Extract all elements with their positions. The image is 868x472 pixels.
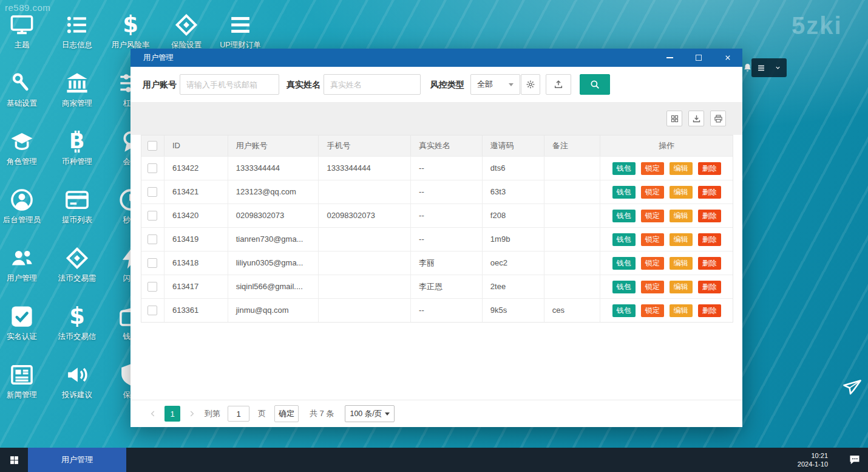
desktop-icon-menu[interactable]: UP理财订单 (214, 12, 266, 50)
wallet-button[interactable]: 钱包 (612, 210, 636, 222)
maximize-button[interactable] (689, 49, 708, 67)
edit-button[interactable]: 编辑 (670, 304, 693, 317)
delete-button[interactable]: 删除 (698, 281, 721, 293)
desktop-icon-dollar[interactable]: $法币交易信 (51, 304, 103, 342)
wallet-button[interactable]: 钱包 (612, 281, 636, 293)
desktop-icon-dollar[interactable]: $用户风险率 (104, 12, 157, 50)
desktop-icon-admin[interactable]: 后台管理员 (0, 187, 48, 225)
account-label: 用户账号 (143, 67, 177, 102)
window-controls (650, 49, 737, 67)
background-menu-widget[interactable] (751, 58, 787, 77)
desktop-icon-label: 后台管理员 (0, 215, 48, 225)
lock-button[interactable]: 锁定 (641, 233, 664, 246)
desktop-icon-diamond[interactable]: 法币交易需 (51, 245, 103, 284)
lock-button[interactable]: 锁定 (641, 210, 664, 222)
edit-button[interactable]: 编辑 (670, 186, 693, 199)
edit-button[interactable]: 编辑 (670, 281, 693, 293)
lock-button[interactable]: 锁定 (641, 162, 664, 175)
desktop-icon-label: 币种管理 (51, 157, 103, 167)
wallet-button[interactable]: 钱包 (612, 233, 636, 246)
taskbar-item-user-management[interactable]: 用户管理 (28, 448, 126, 472)
column-header: 操作 (600, 135, 733, 156)
cell-phone (319, 275, 411, 298)
row-checkbox[interactable] (147, 163, 157, 173)
risk-type-select[interactable]: 全部 (470, 74, 520, 95)
row-checkbox[interactable] (147, 258, 157, 268)
row-checkbox[interactable] (147, 234, 157, 244)
lock-button[interactable]: 锁定 (641, 304, 664, 317)
desktop-icon-wrench[interactable]: 基础设置 (0, 70, 48, 109)
minimize-button[interactable] (660, 49, 679, 67)
cell-note: ces (544, 299, 601, 322)
wallet-button[interactable]: 钱包 (612, 186, 636, 199)
lock-button[interactable]: 锁定 (641, 281, 664, 293)
wallet-button[interactable]: 钱包 (612, 257, 636, 270)
desktop-icon-cap[interactable]: 角色管理 (0, 129, 48, 167)
row-checkbox[interactable] (147, 306, 157, 315)
desktop-icon-label: 用户管理 (0, 273, 48, 284)
cap-icon (9, 129, 35, 154)
row-checkbox[interactable] (147, 187, 157, 197)
lock-button[interactable]: 锁定 (641, 257, 664, 270)
chevron-left-icon[interactable] (149, 409, 157, 418)
edit-button[interactable]: 编辑 (670, 233, 693, 246)
confirm-button[interactable]: 确定 (274, 405, 299, 422)
edit-button[interactable]: 编辑 (670, 162, 693, 175)
desktop-icon-users[interactable]: 用户管理 (0, 245, 48, 284)
wallet-button[interactable]: 钱包 (612, 162, 636, 175)
search-button[interactable] (580, 74, 610, 95)
cell-realname: -- (411, 299, 483, 322)
monitor-icon (9, 12, 35, 38)
cell-id: 613422 (164, 157, 228, 180)
chevron-right-icon[interactable] (188, 409, 196, 418)
desktop-icon-bitcoin[interactable]: B币种管理 (51, 129, 103, 167)
desktop-icon-check[interactable]: 实名认证 (0, 304, 48, 342)
desktop-icon-megaphone[interactable]: 投诉建议 (51, 362, 103, 400)
table-row: 6134200209830207302098302073--f208钱包锁定编辑… (141, 204, 733, 227)
chat-icon[interactable] (849, 454, 861, 466)
delete-button[interactable]: 删除 (698, 186, 721, 199)
cell-actions: 钱包锁定编辑删除 (600, 157, 733, 180)
cell-account: jinmu@qq.com (228, 299, 319, 322)
print-button[interactable] (710, 111, 726, 126)
goto-label: 到第 (205, 408, 220, 419)
select-all-checkbox[interactable] (147, 141, 157, 151)
download-button[interactable] (688, 111, 704, 126)
delete-button[interactable]: 删除 (698, 257, 721, 270)
desktop-icon-bank[interactable]: 商家管理 (51, 70, 103, 109)
desktop-icon-card[interactable]: 提币列表 (51, 187, 103, 225)
delete-button[interactable]: 删除 (698, 304, 721, 317)
desktop-icon-monitor[interactable]: 主题 (0, 12, 48, 50)
menu-icon (228, 12, 253, 38)
export-button[interactable] (546, 74, 571, 95)
lock-button[interactable]: 锁定 (641, 186, 664, 199)
desktop-icon-list[interactable]: 日志信息 (51, 12, 103, 50)
account-input[interactable] (180, 74, 279, 95)
edit-button[interactable]: 编辑 (670, 210, 693, 222)
cell-note (544, 251, 601, 275)
goto-page-input[interactable] (228, 406, 249, 422)
risk-settings-button[interactable] (521, 74, 540, 95)
delete-button[interactable]: 删除 (698, 233, 721, 246)
per-page-select[interactable]: 100 条/页 (345, 405, 395, 422)
svg-text:$: $ (69, 304, 85, 329)
close-button[interactable] (718, 49, 737, 67)
row-checkbox-cell (141, 157, 164, 180)
grid-button[interactable] (666, 111, 682, 126)
desktop-icon-label: 角色管理 (0, 157, 48, 167)
desktop-icon-news[interactable]: 新闻管理 (0, 362, 48, 400)
window-titlebar[interactable]: 用户管理 (131, 49, 742, 67)
start-button[interactable] (0, 448, 28, 472)
delete-button[interactable]: 删除 (698, 210, 721, 222)
row-checkbox[interactable] (147, 211, 157, 221)
page-number-current[interactable]: 1 (164, 406, 180, 422)
row-checkbox[interactable] (147, 282, 157, 292)
delete-button[interactable]: 删除 (698, 162, 721, 175)
wallet-button[interactable]: 钱包 (612, 304, 636, 317)
realname-input[interactable] (324, 74, 421, 95)
desktop-icon-diamond[interactable]: 保险设置 (160, 12, 212, 50)
clock-time: 10:21 (798, 451, 828, 460)
row-checkbox-cell (141, 275, 164, 298)
caret-down-icon (385, 412, 390, 416)
edit-button[interactable]: 编辑 (670, 257, 693, 270)
